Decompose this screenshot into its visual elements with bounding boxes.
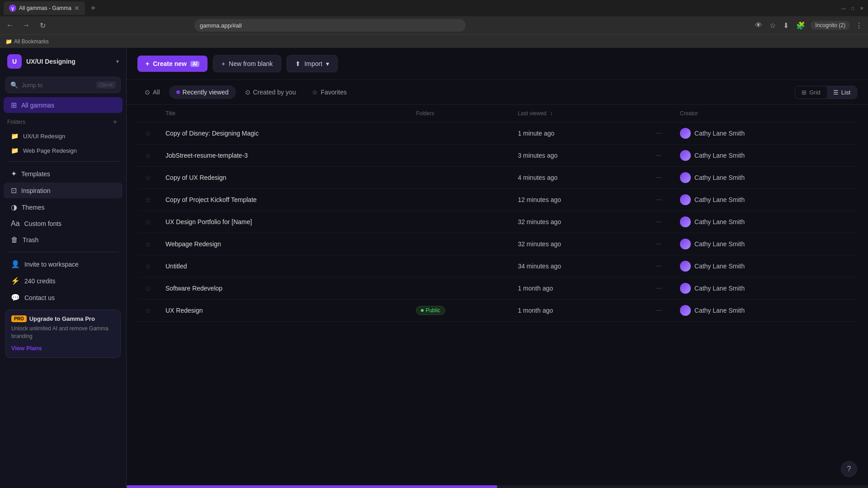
sidebar-item-all-gammas[interactable]: ⊞ All gammas xyxy=(4,97,123,113)
bottom-scrollbar[interactable] xyxy=(127,485,868,488)
forward-button[interactable]: → xyxy=(20,19,33,32)
creator-name: Cathy Lane Smith xyxy=(694,240,745,248)
last-viewed-cell: 12 minutes ago xyxy=(510,189,645,211)
ai-badge: AI xyxy=(190,61,199,67)
reload-button[interactable]: ↻ xyxy=(36,19,49,32)
row-more-button[interactable]: ··· xyxy=(652,239,665,249)
star-icon[interactable]: ☆ xyxy=(145,285,151,292)
sidebar-item-custom-fonts[interactable]: Aa Custom fonts xyxy=(4,216,123,231)
import-button[interactable]: ⬆ Import ▾ xyxy=(287,55,338,72)
active-tab[interactable]: γ All gammas - Gamma ✕ xyxy=(4,1,85,15)
row-more-button[interactable]: ··· xyxy=(652,261,665,271)
back-button[interactable]: ← xyxy=(4,19,16,32)
new-tab-button[interactable]: + xyxy=(87,2,99,14)
fonts-icon: Aa xyxy=(11,220,20,228)
row-more-button[interactable]: ··· xyxy=(652,128,665,138)
grid-view-button[interactable]: ⊞ Grid xyxy=(795,86,827,99)
star-bookmark-icon[interactable]: ☆ xyxy=(768,19,778,32)
sidebar-item-templates[interactable]: ✦ Templates xyxy=(4,166,123,182)
created-by-you-label: Created by you xyxy=(253,89,296,96)
row-title[interactable]: Untitled xyxy=(165,263,187,270)
row-more-button[interactable]: ··· xyxy=(652,305,665,315)
menu-icon[interactable]: ⋮ xyxy=(854,19,864,32)
help-button[interactable]: ? xyxy=(841,461,857,477)
download-icon[interactable]: ⬇ xyxy=(781,19,791,32)
table-row[interactable]: ☆Untitled34 minutes ago··· Cathy Lane Sm… xyxy=(137,255,857,277)
row-title[interactable]: Webpage Redesign xyxy=(165,240,221,248)
table-row[interactable]: ☆Webpage Redesign32 minutes ago··· Cathy… xyxy=(137,233,857,255)
row-title[interactable]: Software Redevelop xyxy=(165,285,222,292)
star-icon[interactable]: ☆ xyxy=(145,130,151,137)
star-icon[interactable]: ☆ xyxy=(145,240,151,248)
row-title[interactable]: JobStreet-resume-template-3 xyxy=(165,152,248,159)
search-shortcut: Ctrl+K xyxy=(96,81,116,89)
maximize-btn[interactable]: □ xyxy=(850,5,855,11)
sidebar-item-credits[interactable]: ⚡ 240 credits xyxy=(4,273,123,289)
folder-item-web-page-redesign[interactable]: 📁 Web Page Redesign xyxy=(4,144,123,157)
row-title[interactable]: Copy of Disney: Designing Magic xyxy=(165,130,259,137)
workspace-header[interactable]: U UX/UI Designing ▾ xyxy=(0,48,126,75)
create-new-button[interactable]: + Create new AI xyxy=(137,56,208,72)
last-viewed-cell: 1 minute ago xyxy=(510,122,645,145)
address-bar[interactable]: gamma.app/#all xyxy=(194,19,466,32)
row-more-button[interactable]: ··· xyxy=(652,150,665,160)
star-icon[interactable]: ☆ xyxy=(145,152,151,160)
creator-cell: Cathy Lane Smith xyxy=(680,172,850,183)
star-icon[interactable]: ☆ xyxy=(145,196,151,204)
row-title[interactable]: Copy of Project Kickoff Template xyxy=(165,196,257,203)
star-icon[interactable]: ☆ xyxy=(145,174,151,182)
folder-icon: 📁 xyxy=(11,132,19,140)
add-folder-button[interactable]: + xyxy=(111,117,119,127)
table-row[interactable]: ☆Copy of Disney: Designing Magic1 minute… xyxy=(137,122,857,145)
themes-label: Themes xyxy=(22,204,45,211)
list-view-icon: ☰ xyxy=(833,89,839,96)
row-more-button[interactable]: ··· xyxy=(652,173,665,183)
star-icon[interactable]: ☆ xyxy=(145,218,151,226)
sidebar-item-inspiration[interactable]: ⊡ Inspiration xyxy=(4,183,123,198)
row-more-button[interactable]: ··· xyxy=(652,217,665,227)
filter-tab-recently-viewed[interactable]: Recently viewed xyxy=(169,85,236,99)
table-row[interactable]: ☆Software Redevelop1 month ago··· Cathy … xyxy=(137,277,857,300)
extensions-icon[interactable]: 🧩 xyxy=(794,19,807,32)
sidebar-item-invite[interactable]: 👤 Invite to workspace xyxy=(4,256,123,272)
search-bar[interactable]: 🔍 Jump to Ctrl+K xyxy=(5,77,121,93)
table-row[interactable]: ☆Copy of UX Redesign4 minutes ago··· Cat… xyxy=(137,167,857,189)
sidebar-item-themes[interactable]: ◑ Themes xyxy=(4,199,123,215)
row-title[interactable]: UX Redesign xyxy=(165,307,203,314)
creator-name: Cathy Lane Smith xyxy=(694,307,745,314)
table-row[interactable]: ☆Copy of Project Kickoff Template12 minu… xyxy=(137,189,857,211)
table-row[interactable]: ☆JobStreet-resume-template-33 minutes ag… xyxy=(137,145,857,167)
row-title[interactable]: Copy of UX Redesign xyxy=(165,174,226,181)
col-last-viewed[interactable]: Last viewed ↕ xyxy=(510,105,645,122)
filter-tab-favorites[interactable]: ☆ Favorites xyxy=(305,85,354,99)
star-icon[interactable]: ☆ xyxy=(145,307,151,314)
col-creator: Creator xyxy=(673,105,857,122)
folder-item-uxui-redesign[interactable]: 📁 UX/UI Redesign xyxy=(4,129,123,143)
sidebar-item-trash[interactable]: 🗑 Trash xyxy=(4,232,123,248)
filter-tab-all[interactable]: ⊙ All xyxy=(137,85,167,99)
minimize-btn[interactable]: — xyxy=(841,5,846,11)
row-title[interactable]: UX Design Portfolio for [Name] xyxy=(165,218,252,225)
eye-slash-icon[interactable]: 👁 xyxy=(753,19,764,31)
table-row[interactable]: ☆UX Design Portfolio for [Name]32 minute… xyxy=(137,211,857,233)
list-label: List xyxy=(841,89,850,96)
close-btn[interactable]: ✕ xyxy=(859,5,864,11)
folder-name: Web Page Redesign xyxy=(23,147,77,154)
avatar xyxy=(680,305,691,316)
row-more-button[interactable]: ··· xyxy=(652,283,665,293)
view-plans-link[interactable]: View Plans xyxy=(11,345,42,352)
filter-tab-created-by-you[interactable]: ⊙ Created by you xyxy=(238,85,303,99)
last-viewed-cell: 1 month ago xyxy=(510,300,645,322)
table-row[interactable]: ☆UX RedesignPublic1 month ago··· Cathy L… xyxy=(137,300,857,322)
window-controls: — □ ✕ xyxy=(841,5,864,11)
col-folders: Folders xyxy=(409,105,510,122)
star-icon[interactable]: ☆ xyxy=(145,263,151,270)
sidebar-item-contact[interactable]: 💬 Contact us xyxy=(4,290,123,305)
list-view-button[interactable]: ☰ List xyxy=(827,86,857,99)
new-from-blank-button[interactable]: + New from blank xyxy=(213,55,281,72)
sort-icon: ↕ xyxy=(550,110,553,117)
custom-fonts-label: Custom fonts xyxy=(24,220,61,227)
creator-name: Cathy Lane Smith xyxy=(694,263,745,270)
tab-close-btn[interactable]: ✕ xyxy=(74,5,80,12)
row-more-button[interactable]: ··· xyxy=(652,195,665,205)
